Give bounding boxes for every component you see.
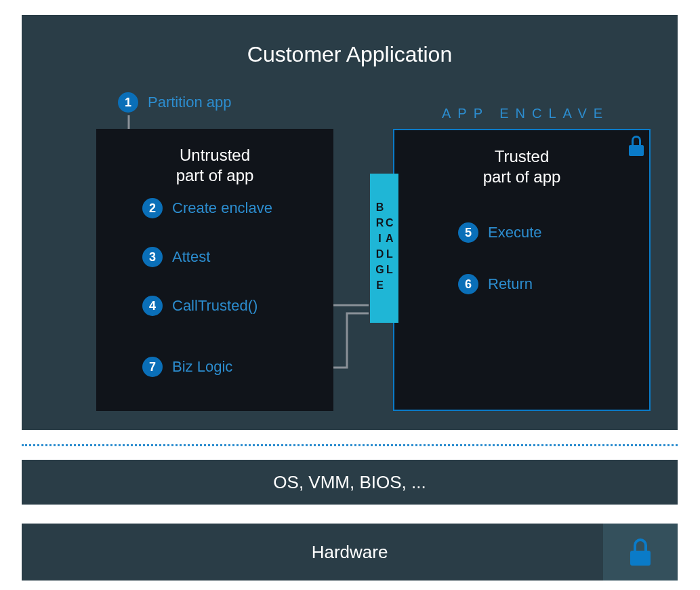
step-7-label: Biz Logic xyxy=(172,358,232,376)
customer-application-container: Customer Application 1 Partition app Unt… xyxy=(22,15,678,430)
os-layer-bar: OS, VMM, BIOS, ... xyxy=(22,460,678,505)
hardware-layer-label: Hardware xyxy=(312,542,388,563)
step-7: 7 Biz Logic xyxy=(142,357,232,377)
step-1: 1 Partition app xyxy=(118,92,232,113)
step-6-number: 6 xyxy=(458,274,478,294)
step-5-label: Execute xyxy=(488,224,542,241)
trusted-title-line1: Trusted xyxy=(495,147,549,165)
step-5-number: 5 xyxy=(458,222,478,243)
app-enclave-label: APP ENCLAVE xyxy=(442,106,609,121)
step-3-number: 3 xyxy=(142,247,163,267)
step-5: 5 Execute xyxy=(458,222,542,243)
step-6: 6 Return xyxy=(458,274,533,294)
untrusted-title-line2: part of app xyxy=(176,166,254,184)
lock-icon xyxy=(630,538,651,566)
step-1-label: Partition app xyxy=(148,94,232,111)
step-6-label: Return xyxy=(488,275,533,293)
untrusted-title-line1: Untrusted xyxy=(180,146,250,164)
step-3: 3 Attest xyxy=(142,247,210,267)
divider-line xyxy=(22,444,678,446)
step-4-number: 4 xyxy=(142,296,163,316)
step-2-label: Create enclave xyxy=(172,199,272,217)
call-bridge-label: CALL BRIDGE xyxy=(375,174,394,323)
step-4-label: CallTrusted() xyxy=(172,297,258,315)
hardware-lock-zone xyxy=(603,524,678,581)
lock-icon xyxy=(629,136,644,155)
step-1-number: 1 xyxy=(118,92,138,113)
step-2: 2 Create enclave xyxy=(142,198,272,218)
step-3-label: Attest xyxy=(172,248,210,266)
untrusted-title: Untrusted part of app xyxy=(96,129,333,186)
call-bridge: CALL BRIDGE xyxy=(370,174,398,323)
step-7-number: 7 xyxy=(142,357,163,377)
trusted-title: Trusted part of app xyxy=(394,130,649,187)
step-2-number: 2 xyxy=(142,198,163,218)
os-layer-label: OS, VMM, BIOS, ... xyxy=(273,472,426,493)
hardware-layer-bar: Hardware xyxy=(22,524,678,581)
diagram-title: Customer Application xyxy=(22,15,678,67)
step-4: 4 CallTrusted() xyxy=(142,296,258,316)
trusted-box: Trusted part of app xyxy=(393,129,651,411)
trusted-title-line2: part of app xyxy=(483,168,561,186)
